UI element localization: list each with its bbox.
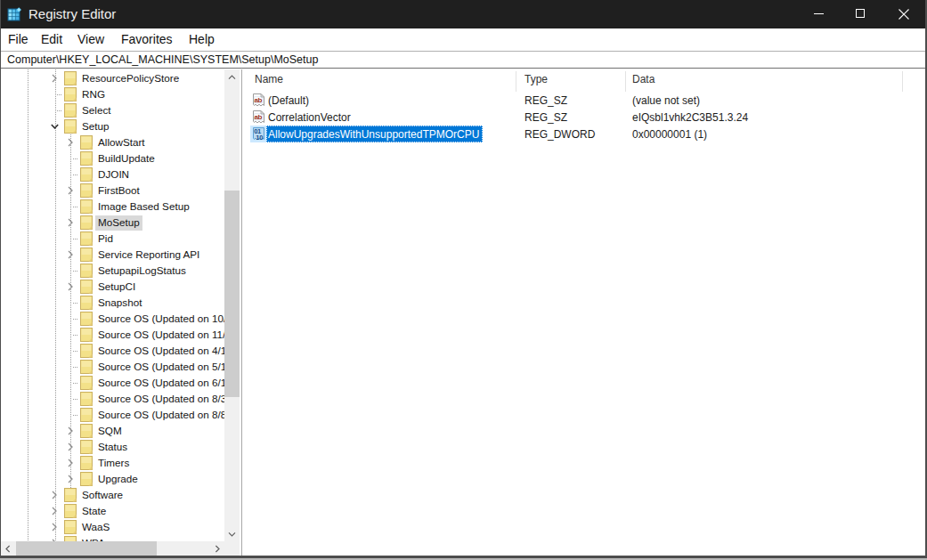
svg-text:10: 10 xyxy=(256,134,263,142)
svg-text:ab: ab xyxy=(255,113,263,121)
svg-text:ab: ab xyxy=(255,96,263,104)
